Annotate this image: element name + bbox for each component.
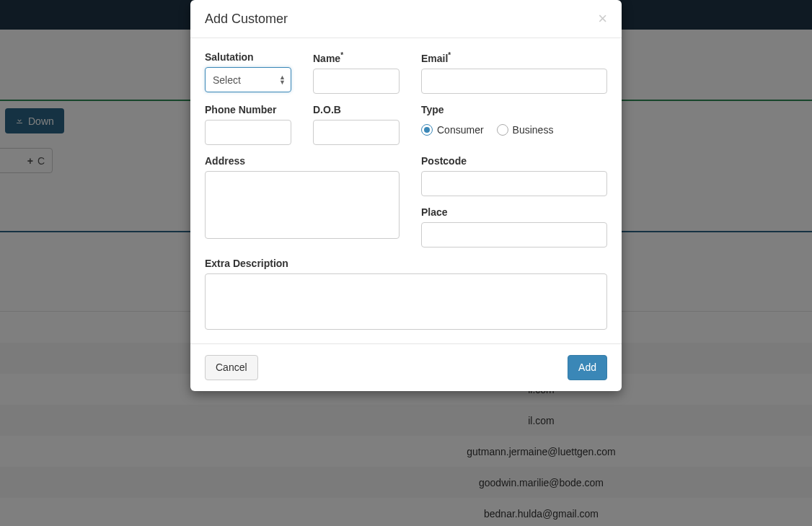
modal-title: Add Customer [205,12,288,27]
required-marker: * [340,51,343,59]
required-marker: * [448,51,451,59]
dob-input[interactable] [313,120,400,145]
radio-icon [497,124,508,136]
email-label: Email* [421,51,607,64]
type-label: Type [421,104,607,115]
phone-label: Phone Number [205,104,291,115]
radio-icon [421,124,433,136]
close-icon[interactable]: × [598,11,607,27]
phone-input[interactable] [205,120,291,145]
type-radio-business-label: Business [513,124,554,136]
modal-body: Salutation Select ▲▼ Name* Email* [190,38,622,343]
type-radio-group: Consumer Business [421,120,607,136]
postcode-input[interactable] [421,171,607,196]
email-label-text: Email [421,53,448,64]
salutation-label: Salutation [205,51,291,63]
postcode-label: Postcode [421,155,607,167]
place-label: Place [421,206,607,218]
modal-header: Add Customer × [190,0,622,38]
dob-label: D.O.B [313,104,400,115]
place-input[interactable] [421,222,607,247]
add-button[interactable]: Add [568,355,607,380]
name-label-text: Name [313,53,340,64]
address-label: Address [205,155,400,167]
salutation-selected-value: Select [213,74,241,86]
extra-description-label: Extra Description [205,258,607,269]
extra-description-textarea[interactable] [205,273,607,330]
type-radio-consumer[interactable]: Consumer [421,124,484,136]
type-radio-business[interactable]: Business [497,124,554,136]
address-textarea[interactable] [205,171,400,239]
add-customer-modal: Add Customer × Salutation Select ▲▼ Name… [190,0,622,391]
chevron-updown-icon: ▲▼ [279,75,286,85]
cancel-button[interactable]: Cancel [205,355,258,380]
salutation-select[interactable]: Select ▲▼ [205,67,291,92]
name-input[interactable] [313,69,400,94]
email-input[interactable] [421,69,607,94]
type-radio-consumer-label: Consumer [437,124,484,136]
name-label: Name* [313,51,400,64]
modal-footer: Cancel Add [190,343,622,391]
